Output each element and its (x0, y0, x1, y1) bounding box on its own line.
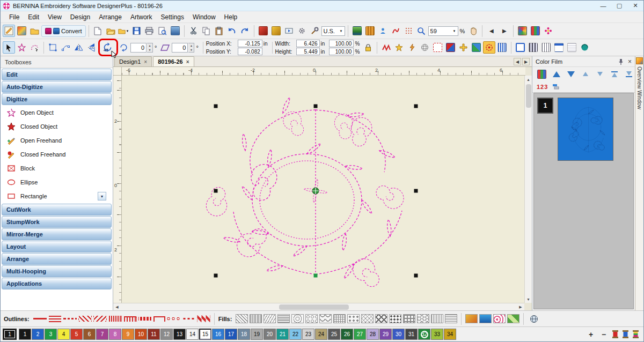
reshape-object-icon[interactable] (47, 41, 59, 54)
palette-swatch[interactable]: 27 (354, 329, 366, 340)
move-down-icon[interactable] (565, 68, 577, 80)
stitch-player-icon[interactable] (257, 25, 269, 37)
mesh-ball-icon[interactable] (419, 41, 431, 54)
palette-swatch[interactable]: 5 (70, 329, 83, 340)
menu-item[interactable]: Edit (24, 12, 43, 22)
units-dropdown[interactable]: U.S.▼ (321, 26, 345, 36)
palette-swatch[interactable]: 6 (83, 329, 96, 340)
design-properties-icon[interactable] (296, 25, 308, 37)
palette-swatch[interactable]: 18 (238, 329, 250, 340)
print-preview-icon[interactable] (156, 25, 169, 37)
design-worksheet-icon[interactable] (270, 25, 282, 37)
position-y-field[interactable]: -0.082 (238, 48, 262, 55)
rotate-ccw-icon[interactable] (118, 41, 130, 54)
move-to-bottom-icon[interactable] (623, 68, 635, 80)
single-outline-icon[interactable] (33, 314, 47, 323)
palette-swatch[interactable]: 4 (57, 329, 70, 340)
outline-square-icon[interactable] (514, 41, 526, 54)
tab-80196-26[interactable]: 80196-26 × (153, 56, 194, 66)
mosaic-fill-icon[interactable] (493, 314, 506, 323)
next-design-arrow-icon[interactable]: ▶ (498, 25, 510, 37)
triple-outline-icon[interactable] (48, 314, 62, 323)
show-artwork-icon[interactable] (351, 25, 363, 37)
block-tool[interactable]: Block (1, 161, 113, 175)
lacework-fill-icon[interactable] (333, 314, 346, 323)
hash-grid-icon[interactable] (540, 41, 552, 54)
palette-swatch[interactable]: 12 (160, 329, 173, 340)
closed-freehand-tool[interactable]: Closed Freehand (1, 147, 113, 161)
close-button[interactable]: ✕ (627, 1, 643, 11)
thread-knot-icon[interactable] (390, 25, 402, 37)
satin-outline-icon[interactable] (108, 314, 122, 323)
skew-angle-spinner[interactable]: ▲▼ (188, 43, 194, 53)
lightning-effect-icon[interactable] (406, 41, 418, 54)
show-hoop-icon[interactable] (377, 25, 389, 37)
candlewicking-fill-icon[interactable] (347, 314, 360, 323)
palette-swatch[interactable]: 33 (431, 329, 443, 340)
open-object-tool[interactable]: Open Object (1, 106, 113, 120)
table-grid-icon[interactable] (553, 41, 565, 54)
open-freehand-tool[interactable]: Open Freehand (1, 133, 113, 147)
vertical-scrollbar[interactable]: ▲ ▼ (524, 76, 532, 303)
open-recent-icon[interactable]: ▼ (118, 25, 130, 37)
palette-swatch[interactable]: 3 (45, 329, 57, 340)
redo-icon[interactable] (239, 25, 251, 37)
thread-chart-icon[interactable] (529, 25, 541, 37)
zigzag-effect-icon[interactable] (380, 41, 392, 54)
sculpture-run-icon[interactable] (63, 314, 77, 323)
objects-list-icon[interactable] (552, 84, 560, 90)
double-square-effect-icon[interactable] (444, 41, 457, 54)
palette-swatch[interactable]: 15 (199, 329, 211, 340)
scale-y-field[interactable]: 100.00 (329, 48, 354, 55)
contour-fill-icon[interactable] (319, 314, 332, 323)
convert-button[interactable]: Convert (41, 25, 86, 37)
zoom-icon[interactable] (415, 25, 428, 37)
menu-item[interactable]: Window (188, 12, 220, 22)
color-sequence-icon[interactable]: 123 (537, 84, 548, 90)
palette-swatch[interactable]: 22 (289, 329, 302, 340)
palette-swatch[interactable]: 23 (302, 329, 314, 340)
thread-red-spool-icon[interactable] (612, 330, 619, 339)
palette-swatch[interactable]: 30 (392, 329, 405, 340)
mirror-vertical-icon[interactable] (85, 41, 98, 54)
width-field[interactable]: 6.426 (296, 40, 320, 47)
move-up-icon[interactable] (550, 68, 562, 80)
menu-item[interactable]: Settings (157, 12, 188, 22)
add-color-icon[interactable]: + (586, 330, 596, 339)
menu-item[interactable]: Artwork (126, 12, 157, 22)
rotate-angle-spinner[interactable]: ▲▼ (147, 43, 153, 53)
toolbox-section[interactable]: Layout (2, 241, 112, 252)
heart-fill-icon[interactable] (305, 314, 318, 323)
maximize-button[interactable]: ▢ (611, 1, 627, 11)
palette-swatch[interactable]: 21 (276, 329, 289, 340)
move-to-top-icon[interactable] (608, 68, 620, 80)
cut-icon[interactable] (187, 25, 200, 37)
palette-swatch[interactable]: 34 (444, 329, 456, 340)
tab-close-icon[interactable]: × (144, 59, 147, 65)
palette-swatch[interactable]: 1 (19, 329, 31, 340)
scroll-down-icon[interactable]: ▼ (525, 295, 532, 303)
tab-close-icon[interactable]: × (186, 59, 189, 65)
artwork-canvas-icon[interactable] (16, 25, 28, 37)
insert-below-icon[interactable] (594, 68, 606, 80)
toolbox-section[interactable]: Arrange (2, 253, 112, 265)
light-grid-icon[interactable] (566, 41, 578, 54)
cross-stitch-fill-icon[interactable] (375, 314, 387, 323)
tab-scroll-left-icon[interactable]: ◀ (514, 58, 521, 65)
pattern-stamp-icon[interactable] (465, 314, 478, 323)
step-fill-icon[interactable] (236, 314, 248, 323)
palette-swatch[interactable]: 8 (109, 329, 121, 340)
remove-color-icon[interactable]: − (599, 330, 609, 339)
fancy-fill-icon[interactable] (264, 314, 276, 323)
ellipse-tool[interactable]: Ellipse (1, 175, 113, 189)
palette-swatch[interactable]: 28 (367, 329, 379, 340)
palette-swatch[interactable]: 31 (405, 329, 418, 340)
color-film-item-number[interactable]: 1 (537, 98, 553, 114)
previous-design-arrow-icon[interactable]: ◀ (485, 25, 497, 37)
toolbox-section[interactable]: Edit (2, 69, 112, 80)
triangle-outline-icon[interactable] (197, 314, 210, 323)
toolbox-section[interactable]: Digitize (2, 93, 112, 105)
menu-item[interactable]: File (5, 12, 24, 22)
palette-swatch[interactable]: 32 (418, 329, 430, 340)
toolbox-section[interactable]: Mirror-Merge (2, 228, 112, 240)
